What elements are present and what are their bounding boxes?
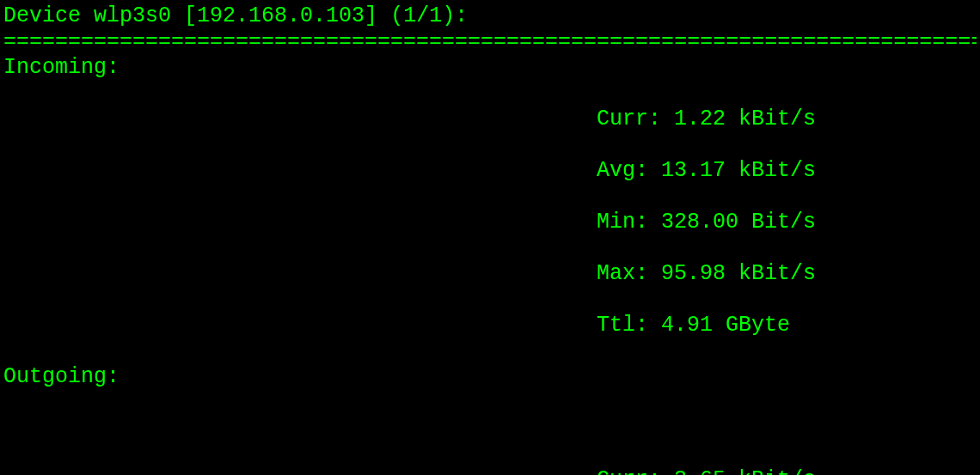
incoming-min: Min: 328.00 Bit/s bbox=[3, 210, 977, 235]
divider-line: ========================================… bbox=[3, 29, 977, 55]
incoming-stats: Curr: 1.22 kBit/s Avg: 13.17 kBit/s Min:… bbox=[3, 81, 977, 364]
incoming-curr: Curr: 1.22 kBit/s bbox=[3, 107, 977, 132]
incoming-avg: Avg: 13.17 kBit/s bbox=[3, 158, 977, 184]
device-header: Device wlp3s0 [192.168.0.103] (1/1): bbox=[3, 3, 977, 29]
outgoing-graph-area bbox=[3, 390, 977, 442]
device-label: Device bbox=[3, 3, 81, 28]
outgoing-label: Outgoing: bbox=[3, 364, 977, 390]
ip-address: [192.168.0.103] bbox=[184, 3, 377, 28]
interface-name: wlp3s0 bbox=[94, 3, 171, 28]
outgoing-curr: Curr: 3.65 kBit/s bbox=[3, 467, 977, 475]
outgoing-stats: Curr: 3.65 kBit/s Avg: 21.52 kBit/s Min:… bbox=[3, 442, 977, 475]
incoming-label: Incoming: bbox=[3, 55, 977, 81]
incoming-ttl: Ttl: 4.91 GByte bbox=[3, 313, 977, 338]
incoming-max: Max: 95.98 kBit/s bbox=[3, 261, 977, 287]
pager: (1/1): bbox=[390, 3, 468, 28]
